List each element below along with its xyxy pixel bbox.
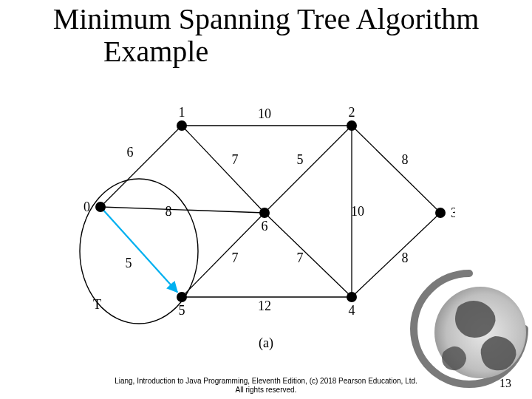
- edge-weight-1-6: 7: [232, 152, 239, 167]
- edge-0-6: [100, 207, 265, 213]
- edge-0-1: [100, 126, 182, 207]
- edge-weight-0-1: 6: [127, 145, 134, 160]
- node-label-1: 1: [179, 105, 185, 120]
- graph-svg: 6581078510812770123456T: [71, 103, 455, 340]
- node-3: [435, 208, 446, 218]
- node-2: [347, 120, 357, 131]
- node-5: [177, 292, 187, 302]
- edge-4-6: [265, 213, 352, 297]
- edge-1-6: [182, 126, 265, 213]
- edge-weight-4-5: 12: [258, 299, 271, 313]
- edge-weight-2-3: 8: [402, 152, 409, 167]
- graph-figure: 6581078510812770123456T: [71, 103, 455, 340]
- slide-title: Minimum Spanning Tree Algorithm Example: [0, 3, 532, 68]
- node-label-2: 2: [349, 105, 355, 120]
- copyright-footer: Liang, Introduction to Java Programming,…: [0, 377, 532, 395]
- edge-weight-0-5: 5: [126, 256, 132, 270]
- edge-weight-1-2: 10: [258, 106, 271, 121]
- edge-weight-4-6: 7: [297, 250, 304, 265]
- node-label-3: 3: [451, 205, 455, 220]
- edge-weight-2-4: 10: [351, 204, 364, 219]
- edge-2-6: [265, 126, 352, 213]
- tree-set-label: T: [93, 297, 101, 312]
- footer-line-2: All rights reserved.: [236, 386, 297, 394]
- edge-weight-5-6: 7: [232, 250, 239, 265]
- page-number: 13: [499, 377, 511, 390]
- node-1: [177, 120, 187, 131]
- figure-caption: (a): [0, 335, 532, 351]
- node-0: [95, 202, 106, 212]
- node-6: [259, 208, 270, 218]
- node-label-4: 4: [349, 303, 355, 318]
- edge-2-3: [352, 126, 440, 213]
- edge-weight-2-6: 5: [297, 152, 304, 167]
- node-label-5: 5: [179, 303, 185, 318]
- edge-3-4: [352, 213, 440, 297]
- node-label-0: 0: [83, 200, 90, 214]
- node-label-6: 6: [262, 219, 268, 233]
- node-4: [347, 292, 357, 302]
- title-line-1: Minimum Spanning Tree Algorithm: [0, 3, 532, 35]
- edge-weight-3-4: 8: [402, 250, 409, 265]
- title-line-2: Example: [0, 35, 532, 68]
- footer-line-1: Liang, Introduction to Java Programming,…: [115, 377, 417, 385]
- edge-weight-0-6: 8: [166, 204, 172, 219]
- edge-0-5: [100, 207, 177, 292]
